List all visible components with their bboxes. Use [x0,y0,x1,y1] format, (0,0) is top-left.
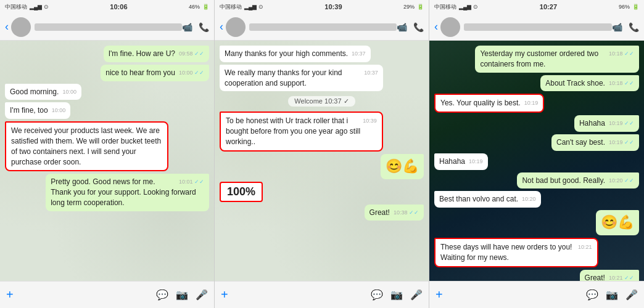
contact-name [35,23,182,31]
message-bubble: 10:21These days will have new orders to … [434,238,598,267]
video-call-icon[interactable]: 📹 [397,22,407,32]
chat-icon[interactable]: 💬 [586,289,598,301]
msg-time-inline: 10:18 ✓✓ [609,79,634,87]
message-item: 😊💪 [596,210,639,235]
msg-time-inline: 10:19 ✓✓ [609,120,634,128]
status-time: 10:39 [324,3,342,10]
contact-name [249,23,397,31]
battery-icon: 🔋 [417,4,424,10]
phone-panel-1: 中国移动 ▂▄▆ ⊙ 10:06 46% 🔋 ‹ 📹 📞 09:58 ✓✓I'm… [0,0,215,308]
message-bubble: 😊💪 [381,154,424,179]
header-icons: 📹 📞 [612,22,639,32]
wifi-icon: ▂▄▆ ⊙ [459,4,478,10]
status-left: 中国移动 ▂▄▆ ⊙ [5,3,49,11]
back-button[interactable]: ‹ [434,20,438,33]
phone-call-icon[interactable]: 📞 [199,22,209,32]
header-icons: 📹 📞 [182,22,209,32]
wifi-icon: ▂▄▆ ⊙ [30,4,49,10]
message-item: 100% [220,182,263,202]
message-item: 10:21These days will have new orders to … [434,238,598,267]
message-item: 10:37Many thanks for your high comments. [220,46,371,62]
mic-icon[interactable]: 🎤 [625,289,638,301]
chat-icon[interactable]: 💬 [156,289,168,301]
chat-body: 09:58 ✓✓I'm fine. How are U?10:00 ✓✓nice… [0,41,214,281]
status-time: 10:27 [540,3,557,10]
status-bar: 中国移动 ▂▄▆ ⊙ 10:39 29% 🔋 [215,0,429,14]
message-item: 10:00I'm fine, too [5,102,70,119]
message-item: We received your products last week. We … [5,121,168,171]
msg-time-inline: 10:21 [578,243,592,251]
header-icons: 📹 📞 [397,22,424,32]
status-right: 46% 🔋 [189,4,209,10]
back-button[interactable]: ‹ [220,20,223,33]
message-bubble: We received your products last week. We … [5,121,168,171]
msg-time-inline: 10:00 ✓✓ [179,69,204,77]
message-bubble: 10:20 ✓✓Not bad but good. Really. [517,172,639,189]
carrier-label: 中国移动 [5,3,27,11]
message-bubble: 10:38 ✓✓Great! [365,205,424,221]
mic-icon[interactable]: 🎤 [196,289,208,301]
msg-time-inline: 10:38 ✓✓ [394,209,419,217]
msg-time-inline: 10:21 ✓✓ [609,274,634,281]
message-bubble: 10:19Yes. Your quality is best. [434,94,544,113]
wifi-icon: ▂▄▆ ⊙ [244,4,263,10]
msg-time-inline: 10:20 [522,195,536,203]
camera-icon[interactable]: 📷 [606,289,618,301]
msg-time-inline: 10:37 [364,69,378,77]
back-button[interactable]: ‹ [5,20,9,33]
battery-percent: 29% [403,4,415,10]
message-item: 10:00Good morning. [5,84,81,100]
chat-footer: + 💬 📷 🎤 [215,281,429,308]
battery-icon: 🔋 [202,4,209,10]
avatar [440,17,460,37]
status-time: 10:06 [110,3,127,10]
contact-name [464,23,612,31]
msg-time-inline: 10:19 [469,158,483,166]
video-call-icon[interactable]: 📹 [612,22,622,32]
msg-time-inline: 10:19 ✓✓ [609,139,634,147]
plus-button[interactable]: + [6,288,14,302]
message-item: 10:37We really many thanks for your kind… [220,65,383,92]
mic-icon[interactable]: 🎤 [410,289,423,301]
chat-header: ‹ 📹 📞 [429,14,644,41]
chat-icon[interactable]: 💬 [371,289,383,301]
battery-percent: 46% [189,4,200,10]
message-bubble: 10:37Many thanks for your high comments. [220,46,371,62]
camera-icon[interactable]: 📷 [176,289,188,301]
msg-time-inline: 10:00 [52,107,66,115]
message-item: 😊💪 [381,154,424,179]
avatar [11,17,31,37]
message-bubble: 10:18 ✓✓Yesterday my customer ordered tw… [475,46,639,73]
message-item: 10:19 ✓✓Hahaha [574,115,639,132]
message-item: 10:19 ✓✓Can't say best. [551,134,639,151]
phone-panel-3: 中国移动 ▂▄▆ ⊙ 10:27 96% 🔋 ‹ 📹 📞 10:18 ✓✓Yes… [429,0,644,308]
msg-time-inline: 10:18 ✓✓ [609,50,634,58]
message-bubble: 10:19Hahaha [434,153,488,170]
msg-time-inline: 10:39 [363,117,377,125]
message-item: 10:00 ✓✓nice to hear from you [101,65,209,81]
camera-icon[interactable]: 📷 [390,289,403,301]
msg-time-inline: 10:20 ✓✓ [609,177,634,185]
battery-icon: 🔋 [632,4,639,10]
message-bubble: 10:00 ✓✓nice to hear from you [101,65,209,81]
msg-time-inline: 10:00 [62,88,76,96]
message-item: 10:20 ✓✓Not bad but good. Really. [517,172,639,189]
plus-button[interactable]: + [436,288,443,302]
carrier-label: 中国移动 [434,3,456,11]
message-bubble: 10:20Best than volvo and cat. [434,191,541,208]
msg-time-inline: 09:58 ✓✓ [179,50,204,58]
phone-call-icon[interactable]: 📞 [413,22,424,32]
video-call-icon[interactable]: 📹 [182,22,192,32]
chat-header: ‹ 📹 📞 [0,14,214,41]
message-bubble: 09:58 ✓✓I'm fine. How are U? [104,46,209,62]
message-bubble: 10:19 ✓✓Hahaha [574,115,639,132]
phone-call-icon[interactable]: 📞 [629,22,639,32]
chat-body: 10:18 ✓✓Yesterday my customer ordered tw… [429,41,644,281]
msg-time-inline: 10:37 [352,50,366,58]
message-item: 10:19Yes. Your quality is best. [434,94,544,113]
msg-time-inline: 10:19 [524,99,539,107]
phone-panel-2: 中国移动 ▂▄▆ ⊙ 10:39 29% 🔋 ‹ 📹 📞 10:37Many t… [215,0,429,308]
message-item: 10:39To be honest with Ur track roller t… [220,111,383,151]
percent-box: 100% [220,182,263,202]
plus-button[interactable]: + [221,288,228,302]
